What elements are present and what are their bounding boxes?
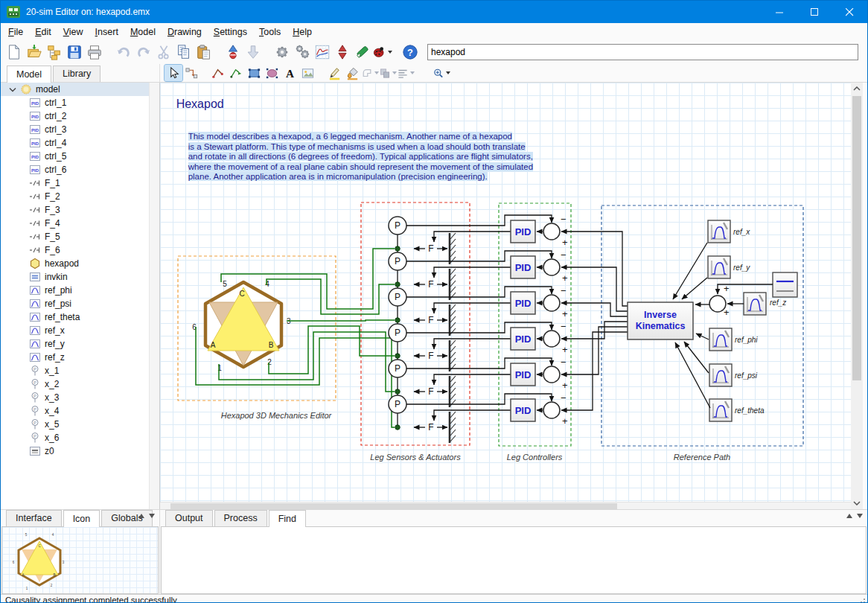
tab-process[interactable]: Process	[214, 510, 267, 526]
force-actuator-3[interactable]: F	[414, 304, 456, 336]
force-actuator-2[interactable]: F	[414, 269, 456, 300]
open-file-button[interactable]	[24, 42, 44, 63]
tree-item-model[interactable]: model	[1, 83, 149, 96]
position-sensor-4[interactable]: P	[389, 324, 406, 342]
ref-block-ref_y[interactable]: ref_y	[708, 256, 750, 278]
force-actuator-6[interactable]: F	[414, 412, 456, 443]
tree-item-ref_z[interactable]: ref_z	[1, 351, 149, 364]
tree-item-ctrl_5[interactable]: PIDctrl_5	[1, 150, 149, 163]
tree-item-x_1[interactable]: Px_1	[1, 364, 149, 377]
pid-controller-2[interactable]: PID	[511, 256, 535, 278]
canvas-vscrollbar[interactable]	[851, 83, 863, 509]
maximize-button[interactable]	[797, 1, 832, 23]
tree-item-ctrl_2[interactable]: PIDctrl_2	[1, 109, 149, 123]
scroll-down-icon[interactable]	[851, 497, 863, 509]
menu-tools[interactable]: Tools	[253, 25, 287, 39]
tree-item-F_5[interactable]: F_5	[1, 230, 149, 243]
force-actuator-1[interactable]: F	[414, 233, 456, 264]
save-button[interactable]	[64, 42, 84, 63]
help-button[interactable]: ?	[400, 42, 420, 63]
sum-junction-5[interactable]: −+	[543, 357, 568, 391]
tree-item-F_3[interactable]: F_3	[1, 203, 149, 217]
tree-item-ctrl_6[interactable]: PIDctrl_6	[1, 163, 149, 176]
position-sensor-5[interactable]: P	[389, 360, 406, 377]
ref-block-ref_psi[interactable]: ref_psi	[709, 364, 758, 386]
go-up-model-button[interactable]	[223, 42, 243, 63]
pid-controller-6[interactable]: PID	[511, 399, 535, 421]
tab-find[interactable]: Find	[269, 510, 306, 527]
chevron-down-icon[interactable]	[5, 87, 20, 92]
menu-edit[interactable]: Edit	[29, 25, 57, 39]
tree-item-x_5[interactable]: Px_5	[1, 418, 149, 431]
force-actuator-5[interactable]: F	[414, 376, 456, 407]
draw-signal-tool[interactable]	[227, 65, 245, 81]
tab-output[interactable]: Output	[165, 510, 213, 526]
marker-pen-button[interactable]	[352, 42, 372, 63]
ref-block-ref_theta[interactable]: ref_theta	[709, 399, 765, 421]
position-sensor-1[interactable]: P	[389, 217, 406, 234]
position-sensor-3[interactable]: P	[389, 288, 406, 306]
tree-item-ref_x[interactable]: ref_x	[1, 324, 149, 337]
process-gears-icon[interactable]	[292, 42, 312, 63]
check-model-gear-icon[interactable]	[272, 42, 292, 63]
image-tool[interactable]	[299, 65, 316, 81]
menu-model[interactable]: Model	[124, 25, 162, 39]
fill-color-tool[interactable]	[343, 65, 361, 81]
text-tool[interactable]: A	[281, 65, 299, 81]
tree-item-hexapod[interactable]: hexapod	[1, 257, 149, 270]
menu-insert[interactable]: Insert	[89, 25, 124, 39]
simulator-plot-button[interactable]	[312, 42, 332, 63]
tree-item-x_4[interactable]: Px_4	[1, 404, 149, 418]
output-tab-scroll-down-icon[interactable]	[857, 514, 863, 518]
tree-item-ref_psi[interactable]: ref_psi	[1, 297, 149, 310]
tree-item-F_2[interactable]: F_2	[1, 190, 149, 203]
align-tool-dropdown[interactable]	[410, 71, 415, 74]
output-tab-scroll-up-icon[interactable]	[846, 514, 852, 518]
tree-item-F_1[interactable]: F_1	[1, 176, 149, 190]
z0-constant-block[interactable]	[773, 272, 797, 297]
menu-drawing[interactable]: Drawing	[162, 25, 208, 39]
ellipse-tool[interactable]	[263, 65, 281, 81]
tree-item-ctrl_4[interactable]: PIDctrl_4	[1, 136, 149, 150]
pid-controller-4[interactable]: PID	[511, 328, 535, 350]
tree-scrollbar[interactable]	[150, 83, 160, 509]
tab-model[interactable]: Model	[7, 66, 51, 83]
ref-block-ref_x[interactable]: ref_x	[708, 220, 750, 243]
tab-scroll-up-icon[interactable]	[138, 514, 144, 518]
z-sum-junction[interactable]: ++	[709, 283, 730, 318]
position-sensor-2[interactable]: P	[389, 252, 406, 270]
zoom-tool-dropdown[interactable]	[446, 71, 450, 74]
output-content[interactable]	[161, 526, 867, 594]
menu-file[interactable]: File	[2, 25, 29, 39]
cut-button[interactable]	[153, 42, 173, 63]
vscroll-thumb[interactable]	[852, 96, 861, 380]
shape-tool[interactable]	[361, 65, 379, 81]
redo-button[interactable]	[133, 42, 153, 63]
minimize-button[interactable]	[762, 1, 797, 23]
tree-item-x_6[interactable]: Px_6	[1, 431, 149, 444]
tree-item-ctrl_3[interactable]: PIDctrl_3	[1, 123, 149, 136]
tree-item-x_3[interactable]: Px_3	[1, 391, 149, 404]
tree-item-F_4[interactable]: F_4	[1, 217, 149, 230]
line-style-pen-tool[interactable]	[325, 65, 343, 81]
select-cursor-tool[interactable]	[165, 65, 182, 81]
tab-scroll-down-icon[interactable]	[149, 514, 155, 518]
draw-bond-tool[interactable]	[209, 65, 227, 81]
canvas-hscrollbar[interactable]	[160, 502, 851, 509]
tab-library[interactable]: Library	[53, 66, 100, 82]
align-tool[interactable]	[397, 65, 415, 81]
sum-junction-4[interactable]: −+	[543, 321, 568, 355]
print-button[interactable]	[84, 42, 104, 63]
position-sensor-6[interactable]: P	[389, 395, 406, 413]
tree-item-ref_theta[interactable]: ref_theta	[1, 310, 149, 324]
scroll-up-icon[interactable]	[851, 83, 863, 95]
menu-help[interactable]: Help	[287, 25, 318, 39]
tab-icon[interactable]: Icon	[63, 510, 100, 527]
tree-item-ref_y[interactable]: ref_y	[1, 337, 149, 351]
model-hierarchy-button[interactable]	[44, 42, 64, 63]
connection-tool[interactable]	[182, 65, 200, 81]
sum-junction-6[interactable]: −+	[543, 392, 568, 427]
tree-item-ref_phi[interactable]: ref_phi	[1, 284, 149, 297]
force-actuator-4[interactable]: F	[414, 340, 456, 371]
close-button[interactable]	[832, 1, 867, 23]
